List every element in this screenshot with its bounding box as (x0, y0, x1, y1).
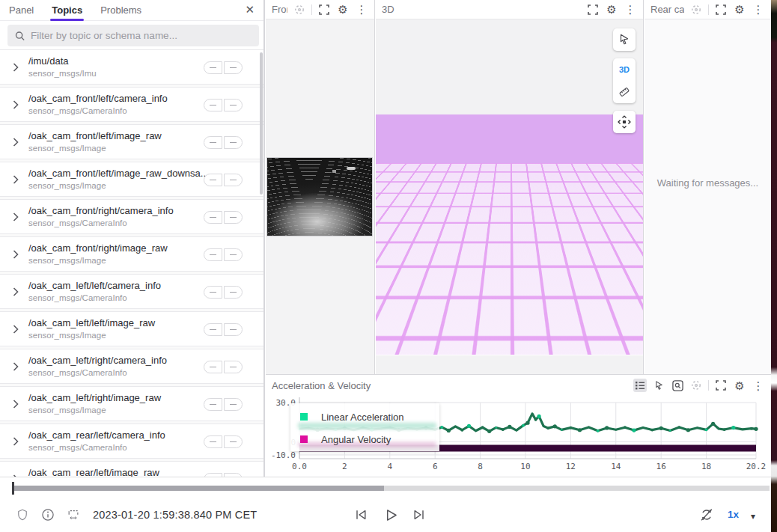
topic-name: /oak_cam_rear/left/camera_info (28, 429, 165, 441)
plot-legend[interactable]: Linear AccelerationAngular Velocity (290, 403, 439, 451)
caret-down-icon[interactable]: ▾ (744, 507, 762, 525)
seek-backward-button[interactable] (352, 506, 370, 524)
toggle-left-pill[interactable] (204, 361, 222, 373)
panel-title: Fron... (272, 4, 287, 15)
repeat-toggle-button[interactable] (698, 506, 716, 524)
current-timestamp[interactable]: 2023-01-20 1:59:38.840 PM CET (93, 509, 257, 521)
toggle-right-pill[interactable] (224, 361, 243, 373)
topic-schema: sensor_msgs/Image (28, 144, 106, 153)
skip-previous-icon (353, 507, 368, 522)
robot-model[interactable]: HILTI (401, 178, 485, 307)
pan-camera-button[interactable] (613, 111, 636, 133)
x-tick-label: 8 (466, 462, 496, 471)
x-tick-label: 20.2 (741, 462, 771, 471)
chevron-right-icon (13, 287, 19, 296)
topic-row[interactable]: /oak_cam_front/left/image_raw_downsa... … (0, 162, 263, 197)
measure-tool-button[interactable] (613, 81, 636, 103)
repeat-off-shield-button[interactable] (13, 506, 31, 524)
topic-row[interactable]: /oak_cam_rear/left/camera_info sensor_ms… (0, 424, 263, 459)
fullscreen-icon[interactable] (317, 3, 331, 16)
topic-row[interactable]: /imu/data sensor_msgs/Imu (0, 49, 263, 85)
info-button[interactable] (39, 506, 57, 524)
topic-row[interactable]: /oak_cam_rear/left/image_raw sensor_msgs… (0, 461, 263, 477)
seek-bar-loaded[interactable] (13, 486, 384, 491)
topic-visibility-toggles (204, 99, 243, 111)
topic-row[interactable]: /oak_cam_left/left/image_raw sensor_msgs… (0, 311, 263, 346)
rear-cam-panel: Rear cam... ⚙ ⋮ Waiting for messages... (645, 0, 771, 374)
toggle-left-pill[interactable] (204, 61, 222, 74)
loop-range-button[interactable] (64, 506, 82, 524)
orbit-icon[interactable] (293, 3, 306, 16)
topic-name: /oak_cam_left/right/image_raw (28, 392, 161, 403)
divider (708, 4, 709, 15)
toggle-left-pill[interactable] (204, 323, 222, 336)
chevron-right-icon (13, 63, 19, 72)
three-d-panel: 3D ⚙ ⋮ HILTI (376, 0, 644, 374)
topic-visibility-toggles (204, 174, 243, 186)
topic-row[interactable]: /oak_cam_front/left/image_raw sensor_msg… (0, 124, 263, 159)
topic-row[interactable]: /oak_cam_left/right/image_raw sensor_msg… (0, 386, 263, 421)
toggle-right-pill[interactable] (224, 174, 243, 186)
toggle-left-pill[interactable] (204, 211, 222, 224)
playback-speed[interactable]: 1x (728, 509, 739, 520)
topic-row[interactable]: /oak_cam_left/left/camera_info sensor_ms… (0, 274, 263, 309)
pan-move-icon (617, 114, 632, 129)
toggle-left-pill[interactable] (204, 398, 222, 411)
fullscreen-icon[interactable] (586, 3, 600, 16)
topic-row[interactable]: /oak_cam_front/right/image_raw sensor_ms… (0, 236, 263, 272)
front-cam-image[interactable] (266, 157, 373, 236)
toggle-left-pill[interactable] (204, 286, 222, 299)
three-d-header: 3D ⚙ ⋮ (376, 0, 643, 19)
toggle-right-pill[interactable] (224, 323, 243, 336)
toggle-right-pill[interactable] (224, 211, 243, 224)
play-button[interactable] (382, 506, 400, 524)
toggle-right-pill[interactable] (224, 398, 243, 411)
tab-problems[interactable]: Problems (91, 0, 150, 21)
kebab-menu-icon[interactable]: ⋮ (624, 3, 637, 16)
legend-item[interactable]: Linear Acceleration (290, 407, 439, 426)
toggle-left-pill[interactable] (204, 136, 222, 149)
topic-list-scrollbar[interactable] (260, 52, 263, 195)
toggle-right-pill[interactable] (224, 248, 243, 261)
x-tick-label: 0.0 (284, 462, 314, 471)
topic-row[interactable]: /oak_cam_front/left/camera_info sensor_m… (0, 87, 263, 122)
gear-icon[interactable]: ⚙ (336, 3, 350, 16)
legend-item[interactable]: Angular Velocity (290, 429, 439, 449)
playhead-marker[interactable] (12, 482, 14, 495)
playback-bar: 2023-01-20 1:59:38.840 PM CET 1x ▾ (0, 477, 771, 532)
kebab-menu-icon[interactable]: ⋮ (355, 3, 368, 16)
camera-mode-button[interactable]: 3D (613, 58, 636, 81)
topic-visibility-toggles (204, 286, 243, 299)
toggle-left-pill[interactable] (204, 174, 222, 186)
topic-schema: sensor_msgs/CameraInfo (28, 218, 127, 227)
legend-swatch (300, 435, 308, 443)
cam-highlight (332, 170, 336, 173)
three-d-sky[interactable] (376, 114, 643, 164)
toggle-left-pill[interactable] (204, 435, 222, 448)
x-tick-label: 12 (555, 462, 585, 471)
topic-schema: sensor_msgs/Imu (28, 69, 97, 78)
toggle-right-pill[interactable] (224, 136, 243, 149)
topic-row[interactable]: /oak_cam_left/right/camera_info sensor_m… (0, 349, 263, 384)
tab-topics[interactable]: Topics (43, 0, 91, 21)
repeat-off-icon (698, 507, 715, 523)
topic-row[interactable]: /oak_cam_front/right/camera_info sensor_… (0, 199, 263, 234)
toggle-right-pill[interactable] (224, 61, 243, 74)
toggle-right-pill[interactable] (224, 286, 243, 299)
gear-icon[interactable]: ⚙ (733, 3, 746, 16)
toggle-right-pill[interactable] (224, 435, 243, 448)
tab-panel[interactable]: Panel (0, 0, 43, 21)
toggle-left-pill[interactable] (204, 248, 222, 261)
topic-schema: sensor_msgs/Image (28, 256, 106, 265)
search-input[interactable] (31, 30, 252, 41)
seek-forward-button[interactable] (410, 506, 428, 524)
toggle-right-pill[interactable] (224, 99, 243, 111)
orbit-icon[interactable] (689, 3, 703, 16)
gear-icon[interactable]: ⚙ (605, 3, 618, 16)
topic-list: /imu/data sensor_msgs/Imu /oak_cam_front… (0, 49, 263, 477)
toggle-left-pill[interactable] (204, 99, 222, 111)
kebab-menu-icon[interactable]: ⋮ (752, 3, 765, 16)
close-icon[interactable]: ✕ (245, 3, 255, 16)
select-tool-button[interactable] (613, 28, 636, 51)
fullscreen-icon[interactable] (714, 3, 728, 16)
